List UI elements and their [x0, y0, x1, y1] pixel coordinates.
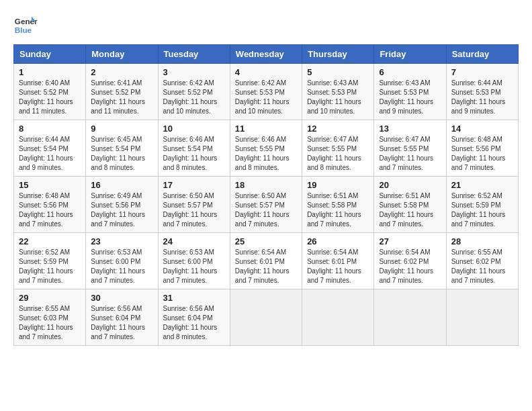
day-info: Sunrise: 6:51 AMSunset: 5:58 PMDaylight:… [307, 191, 369, 229]
day-info: Sunrise: 6:43 AMSunset: 5:53 PMDaylight:… [379, 79, 441, 116]
calendar-cell: 2Sunrise: 6:41 AMSunset: 5:52 PMDaylight… [86, 64, 158, 120]
day-number: 3 [163, 67, 225, 77]
column-header-wednesday: Wednesday [230, 45, 302, 64]
day-number: 31 [163, 293, 225, 303]
column-header-sunday: Sunday [14, 45, 86, 64]
page-header: General Blue [13, 13, 519, 38]
calendar-cell: 5Sunrise: 6:43 AMSunset: 5:53 PMDaylight… [302, 64, 374, 120]
calendar-cell: 12Sunrise: 6:47 AMSunset: 5:55 PMDayligh… [302, 120, 374, 177]
calendar-week-5: 29Sunrise: 6:55 AMSunset: 6:03 PMDayligh… [14, 289, 519, 346]
calendar-cell: 30Sunrise: 6:56 AMSunset: 6:04 PMDayligh… [86, 289, 158, 346]
svg-text:Blue: Blue [15, 26, 32, 34]
day-number: 15 [19, 180, 81, 190]
column-header-saturday: Saturday [446, 45, 518, 64]
calendar-table: SundayMondayTuesdayWednesdayThursdayFrid… [13, 44, 519, 346]
day-info: Sunrise: 6:52 AMSunset: 5:59 PMDaylight:… [19, 248, 81, 285]
day-number: 12 [307, 124, 369, 134]
day-number: 20 [379, 180, 441, 190]
day-info: Sunrise: 6:41 AMSunset: 5:52 PMDaylight:… [91, 79, 152, 116]
day-info: Sunrise: 6:47 AMSunset: 5:55 PMDaylight:… [307, 135, 369, 173]
day-number: 21 [451, 180, 513, 190]
calendar-cell: 25Sunrise: 6:54 AMSunset: 6:01 PMDayligh… [230, 233, 302, 289]
day-info: Sunrise: 6:56 AMSunset: 6:04 PMDaylight:… [91, 304, 152, 342]
logo-icon: General Blue [13, 13, 38, 38]
day-number: 14 [451, 124, 513, 134]
day-number: 18 [235, 180, 297, 190]
day-info: Sunrise: 6:40 AMSunset: 5:52 PMDaylight:… [19, 79, 81, 116]
column-header-friday: Friday [374, 45, 446, 64]
calendar-cell: 21Sunrise: 6:52 AMSunset: 5:59 PMDayligh… [446, 177, 518, 233]
calendar-week-1: 1Sunrise: 6:40 AMSunset: 5:52 PMDaylight… [14, 64, 519, 120]
day-number: 16 [91, 180, 152, 190]
day-info: Sunrise: 6:46 AMSunset: 5:54 PMDaylight:… [163, 135, 225, 173]
calendar-cell: 28Sunrise: 6:55 AMSunset: 6:02 PMDayligh… [446, 233, 518, 289]
day-info: Sunrise: 6:50 AMSunset: 5:57 PMDaylight:… [163, 191, 225, 229]
calendar-week-2: 8Sunrise: 6:44 AMSunset: 5:54 PMDaylight… [14, 120, 519, 177]
day-number: 1 [19, 67, 81, 77]
day-number: 23 [91, 236, 152, 246]
day-number: 9 [91, 124, 152, 134]
day-number: 24 [163, 236, 225, 246]
day-info: Sunrise: 6:48 AMSunset: 5:56 PMDaylight:… [19, 191, 81, 229]
calendar-cell [374, 289, 446, 346]
calendar-cell: 10Sunrise: 6:46 AMSunset: 5:54 PMDayligh… [158, 120, 230, 177]
day-info: Sunrise: 6:49 AMSunset: 5:56 PMDaylight:… [91, 191, 152, 229]
calendar-cell: 7Sunrise: 6:44 AMSunset: 5:53 PMDaylight… [446, 64, 518, 120]
day-info: Sunrise: 6:44 AMSunset: 5:53 PMDaylight:… [451, 79, 513, 116]
calendar-cell: 27Sunrise: 6:54 AMSunset: 6:02 PMDayligh… [374, 233, 446, 289]
day-info: Sunrise: 6:55 AMSunset: 6:03 PMDaylight:… [19, 304, 81, 342]
day-info: Sunrise: 6:54 AMSunset: 6:02 PMDaylight:… [379, 248, 441, 285]
calendar-cell: 19Sunrise: 6:51 AMSunset: 5:58 PMDayligh… [302, 177, 374, 233]
day-info: Sunrise: 6:55 AMSunset: 6:02 PMDaylight:… [451, 248, 513, 285]
calendar-cell: 3Sunrise: 6:42 AMSunset: 5:52 PMDaylight… [158, 64, 230, 120]
calendar-week-3: 15Sunrise: 6:48 AMSunset: 5:56 PMDayligh… [14, 177, 519, 233]
day-number: 10 [163, 124, 225, 134]
calendar-cell: 15Sunrise: 6:48 AMSunset: 5:56 PMDayligh… [14, 177, 86, 233]
day-number: 30 [91, 293, 152, 303]
calendar-cell [446, 289, 518, 346]
day-number: 6 [379, 67, 441, 77]
day-number: 27 [379, 236, 441, 246]
column-header-monday: Monday [86, 45, 158, 64]
calendar-header: SundayMondayTuesdayWednesdayThursdayFrid… [14, 45, 519, 64]
day-number: 17 [163, 180, 225, 190]
calendar-cell: 22Sunrise: 6:52 AMSunset: 5:59 PMDayligh… [14, 233, 86, 289]
day-number: 8 [19, 124, 81, 134]
day-info: Sunrise: 6:43 AMSunset: 5:53 PMDaylight:… [307, 79, 369, 116]
calendar-cell: 1Sunrise: 6:40 AMSunset: 5:52 PMDaylight… [14, 64, 86, 120]
day-info: Sunrise: 6:46 AMSunset: 5:55 PMDaylight:… [235, 135, 297, 173]
calendar-cell: 11Sunrise: 6:46 AMSunset: 5:55 PMDayligh… [230, 120, 302, 177]
day-info: Sunrise: 6:52 AMSunset: 5:59 PMDaylight:… [451, 191, 513, 229]
day-number: 11 [235, 124, 297, 134]
logo: General Blue [13, 13, 38, 38]
day-info: Sunrise: 6:42 AMSunset: 5:52 PMDaylight:… [163, 79, 225, 116]
day-number: 29 [19, 293, 81, 303]
calendar-cell: 6Sunrise: 6:43 AMSunset: 5:53 PMDaylight… [374, 64, 446, 120]
day-number: 22 [19, 236, 81, 246]
calendar-cell: 4Sunrise: 6:42 AMSunset: 5:53 PMDaylight… [230, 64, 302, 120]
day-info: Sunrise: 6:53 AMSunset: 6:00 PMDaylight:… [91, 248, 152, 285]
column-header-thursday: Thursday [302, 45, 374, 64]
day-info: Sunrise: 6:48 AMSunset: 5:56 PMDaylight:… [451, 135, 513, 173]
day-number: 26 [307, 236, 369, 246]
day-number: 25 [235, 236, 297, 246]
calendar-cell: 29Sunrise: 6:55 AMSunset: 6:03 PMDayligh… [14, 289, 86, 346]
calendar-cell: 26Sunrise: 6:54 AMSunset: 6:01 PMDayligh… [302, 233, 374, 289]
calendar-cell: 18Sunrise: 6:50 AMSunset: 5:57 PMDayligh… [230, 177, 302, 233]
calendar-cell: 23Sunrise: 6:53 AMSunset: 6:00 PMDayligh… [86, 233, 158, 289]
calendar-cell: 24Sunrise: 6:53 AMSunset: 6:00 PMDayligh… [158, 233, 230, 289]
calendar-cell: 20Sunrise: 6:51 AMSunset: 5:58 PMDayligh… [374, 177, 446, 233]
day-info: Sunrise: 6:56 AMSunset: 6:04 PMDaylight:… [163, 304, 225, 342]
day-number: 5 [307, 67, 369, 77]
day-info: Sunrise: 6:54 AMSunset: 6:01 PMDaylight:… [235, 248, 297, 285]
day-info: Sunrise: 6:42 AMSunset: 5:53 PMDaylight:… [235, 79, 297, 116]
day-number: 4 [235, 67, 297, 77]
calendar-cell: 17Sunrise: 6:50 AMSunset: 5:57 PMDayligh… [158, 177, 230, 233]
calendar-cell: 9Sunrise: 6:45 AMSunset: 5:54 PMDaylight… [86, 120, 158, 177]
calendar-week-4: 22Sunrise: 6:52 AMSunset: 5:59 PMDayligh… [14, 233, 519, 289]
day-number: 28 [451, 236, 513, 246]
day-number: 2 [91, 67, 152, 77]
day-info: Sunrise: 6:45 AMSunset: 5:54 PMDaylight:… [91, 135, 152, 173]
day-info: Sunrise: 6:54 AMSunset: 6:01 PMDaylight:… [307, 248, 369, 285]
calendar-cell: 14Sunrise: 6:48 AMSunset: 5:56 PMDayligh… [446, 120, 518, 177]
